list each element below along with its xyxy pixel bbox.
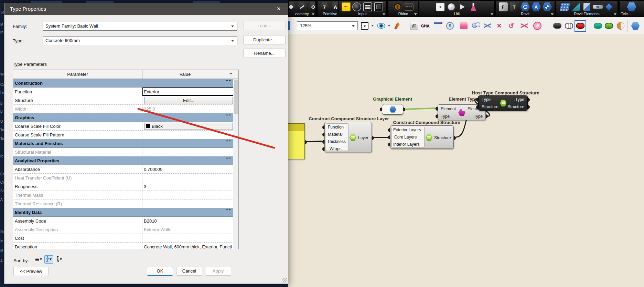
- sort-manual-button[interactable]: [34, 255, 43, 264]
- input-function[interactable]: Function: [328, 125, 344, 130]
- revit-compass-icon[interactable]: [543, 2, 552, 12]
- tab-label-util[interactable]: Util: [419, 12, 494, 17]
- input-stub[interactable]: [322, 133, 324, 136]
- parameter-value[interactable]: [142, 234, 234, 242]
- value-list-icon[interactable]: [363, 2, 372, 11]
- ccs-node[interactable]: Exterior Layers Core Layers Interior Lay…: [390, 125, 454, 149]
- parameter-value[interactable]: Exterior: [142, 88, 234, 96]
- collapse-section-icon[interactable]: ⌃⌃: [225, 157, 231, 162]
- equals-column-header[interactable]: =: [228, 70, 234, 79]
- geometry-diamond-icon[interactable]: [308, 2, 315, 12]
- tab-label-telepathy[interactable]: Tele...: [620, 12, 644, 17]
- preview-eye-button[interactable]: [376, 21, 386, 31]
- cluster-icon[interactable]: x: [436, 3, 444, 11]
- input-type[interactable]: Type: [441, 114, 450, 119]
- parameter-value[interactable]: Black: [142, 122, 234, 130]
- only-draw-selected-button[interactable]: [593, 21, 603, 31]
- input-element[interactable]: Element: [441, 106, 456, 111]
- parameter-value[interactable]: Concrete Wall, 600mm thick, Exterior, Fu…: [142, 243, 234, 249]
- tab-group-util[interactable]: x Util: [419, 0, 495, 17]
- grasshopper-canvas[interactable]: Graphical Element Element Type Element T…: [288, 34, 644, 287]
- section-header-row[interactable]: Construction⌃⌃: [13, 79, 234, 88]
- tab-label-revit[interactable]: Revit: [496, 12, 555, 17]
- revit-type-icon[interactable]: T: [510, 2, 519, 11]
- edit-structure-button[interactable]: Edit...: [144, 97, 233, 104]
- panel-value[interactable]: 225: [288, 131, 304, 159]
- input-stub[interactable]: [476, 98, 478, 102]
- input-wraps[interactable]: Wraps: [330, 146, 341, 151]
- primitive-number-icon[interactable]: 7: [320, 2, 329, 12]
- parameter-value[interactable]: [142, 148, 234, 156]
- input-stub[interactable]: [436, 114, 438, 118]
- output-structure[interactable]: Structure: [507, 104, 524, 109]
- parameter-value[interactable]: B2010: [142, 217, 234, 225]
- crossed-wires-pink-button[interactable]: [519, 21, 529, 31]
- collapse-section-icon[interactable]: ⌃⌃: [225, 140, 231, 144]
- revit-annotation-icon[interactable]: A: [532, 2, 541, 12]
- spiral-icon[interactable]: [393, 2, 402, 11]
- host-type-node[interactable]: Type Structure Type Structure: [478, 95, 528, 111]
- tab-dropdown-icon[interactable]: [614, 13, 616, 15]
- machine-icon[interactable]: [404, 3, 414, 11]
- rename-button[interactable]: Rename...: [243, 49, 286, 58]
- null-item-icon[interactable]: [447, 3, 455, 11]
- half-sphere-button[interactable]: [616, 21, 625, 31]
- input-stub[interactable]: [436, 107, 438, 111]
- draw-icons-button[interactable]: [604, 21, 614, 31]
- revit-family-icon[interactable]: F: [499, 2, 508, 11]
- chevron-down-icon[interactable]: [387, 21, 391, 31]
- parameter-value[interactable]: [142, 191, 234, 199]
- type-select[interactable]: Concrete 600mm: [43, 36, 237, 45]
- family-select[interactable]: System Family: Basic Wall: [43, 22, 237, 31]
- wire-panel-thickness[interactable]: [305, 141, 322, 142]
- number-slider-icon[interactable]: ~: [342, 2, 351, 11]
- collapse-section-icon[interactable]: ⌃⌃: [225, 114, 231, 119]
- preview-button[interactable]: << Preview: [13, 267, 49, 276]
- preview-shaded-button[interactable]: [576, 21, 585, 31]
- gha-loader-button[interactable]: GHA: [420, 21, 430, 31]
- parameter-value[interactable]: [142, 131, 234, 139]
- color-field[interactable]: Black: [144, 123, 233, 130]
- tab-group-revit[interactable]: F T A Revit: [495, 0, 555, 17]
- tab-dropdown-icon[interactable]: [312, 13, 314, 15]
- parameter-value[interactable]: [142, 174, 234, 182]
- beam-icon[interactable]: [593, 5, 603, 9]
- graphical-element-node[interactable]: [382, 104, 403, 115]
- wire-element[interactable]: [406, 108, 435, 109]
- parameter-value[interactable]: 225.0: [142, 105, 234, 113]
- tab-label-revit-elements[interactable]: Revit Elements: [556, 12, 618, 17]
- ok-button[interactable]: OK: [147, 267, 173, 276]
- output-layer[interactable]: Layer: [358, 135, 368, 140]
- flask-icon[interactable]: [471, 3, 476, 11]
- curtain-panel-icon[interactable]: [559, 3, 570, 11]
- cancel-button[interactable]: Cancel: [176, 267, 202, 276]
- input-type[interactable]: Type: [482, 97, 491, 102]
- parameter-value[interactable]: [142, 199, 234, 208]
- chevron-down-icon[interactable]: [371, 21, 374, 31]
- zoom-extents-button[interactable]: x: [360, 21, 369, 31]
- section-header-row[interactable]: Graphics⌃⌃: [13, 113, 234, 122]
- wedge-icon[interactable]: [572, 3, 580, 11]
- input-stub[interactable]: [322, 125, 324, 129]
- output-type[interactable]: Type: [515, 97, 524, 102]
- panel-title[interactable]: Panel: [288, 124, 304, 131]
- tab-dropdown-icon[interactable]: [414, 13, 417, 15]
- boolean-toggle-icon[interactable]: [374, 2, 383, 11]
- adaptive-point-icon[interactable]: [604, 2, 613, 11]
- parameter-value[interactable]: 3: [142, 182, 234, 191]
- preview-off-button[interactable]: [552, 21, 562, 31]
- input-interior-layers[interactable]: Interior Layers: [393, 142, 420, 147]
- value-column-header[interactable]: Value: [142, 70, 228, 79]
- disconnect-wires-button[interactable]: ✕: [494, 21, 504, 31]
- sort-descending-button[interactable]: ZA: [55, 255, 64, 264]
- balloons-button[interactable]: [471, 21, 481, 31]
- input-stub[interactable]: [388, 128, 390, 132]
- resize-grip[interactable]: [282, 278, 287, 283]
- section-header-row[interactable]: Materials and Finishes⌃⌃: [13, 139, 234, 148]
- tab-label-rhino[interactable]: Rhino: [388, 12, 418, 17]
- scrollbar-thumb[interactable]: [234, 80, 238, 114]
- window-layout-button[interactable]: [433, 21, 443, 31]
- output-type[interactable]: Type: [474, 114, 483, 119]
- tab-label-input[interactable]: Input: [339, 12, 386, 17]
- sort-ascending-button[interactable]: AZ: [44, 255, 53, 264]
